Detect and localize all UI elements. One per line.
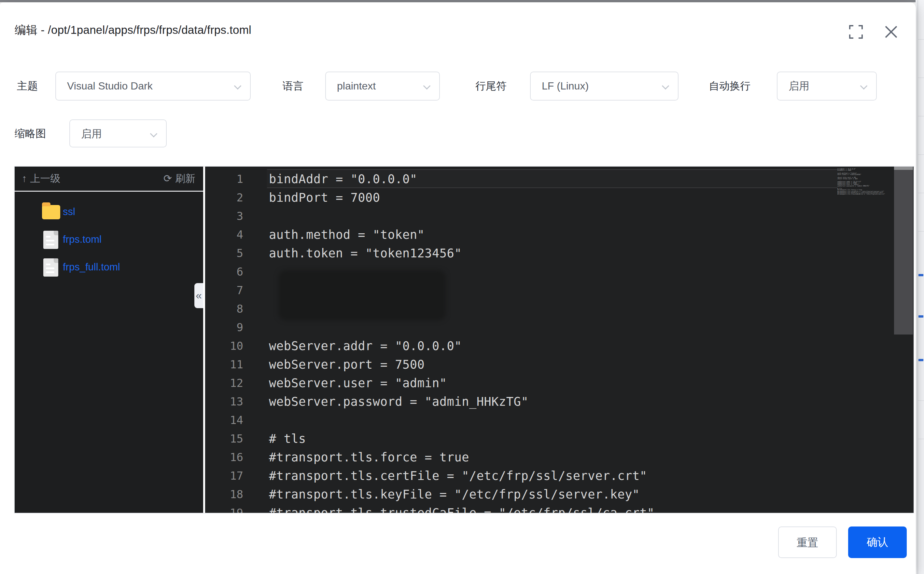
file-tree-item-ssl[interactable]: ssl [15,202,203,225]
line-number: 1 [205,170,243,188]
chevron-down-icon [662,82,670,90]
file-icon [43,231,58,249]
fullscreen-icon[interactable] [848,24,864,40]
code-line: #transport.tls.force = true [269,448,469,467]
file-icon [43,259,58,277]
line-number: 12 [205,374,243,393]
background-row-line [918,116,924,117]
chevron-down-icon [150,130,158,138]
edit-file-dialog: 编辑 - /opt/1panel/apps/frps/frps/data/frp… [0,2,916,574]
file-tree-header: ↑上一级 ⟳刷新 [15,167,203,192]
word-wrap-select[interactable]: 启用 [777,72,877,101]
code-line: webServer.user = "admin" [269,374,447,393]
file-tree-item-frps-toml[interactable]: frps.toml [15,230,203,253]
code-line: #transport.tls.trustedCaFile = "/etc/frp… [269,504,654,514]
editor-workspace: ↑上一级 ⟳刷新 ssl frps.toml frps_full.toml « … [14,166,914,514]
background-link-fragment [918,315,923,318]
file-tree-panel: ↑上一级 ⟳刷新 ssl frps.toml frps_full.toml [15,167,203,513]
code-editor[interactable]: 1bindAddr = "0.0.0.0"2bindPort = 700034a… [205,167,914,513]
code-line: auth.token = "token123456" [269,244,462,263]
chevron-down-icon [234,82,242,90]
code-line: #transport.tls.certFile = "/etc/frp/ssl/… [269,467,647,485]
line-number: 18 [205,485,243,504]
code-line: #transport.tls.keyFile = "/etc/frp/ssl/s… [269,485,640,504]
minimap-select-value: 启用 [81,120,102,148]
line-number: 13 [205,393,243,411]
code-line: webServer.password = "admin_HHKzTG" [269,393,528,411]
background-page-top-edge [0,0,924,2]
line-number: 3 [205,207,243,226]
confirm-button[interactable]: 确认 [848,527,907,558]
code-line: auth.method = "token" [269,226,425,244]
background-row-line [918,231,924,232]
arrow-up-icon: ↑ [22,167,27,191]
editor-scrollbar-thumb[interactable] [894,167,913,334]
line-number: 4 [205,226,243,244]
line-number: 2 [205,188,243,207]
up-level-button[interactable]: ↑上一级 [22,167,60,191]
minimap-line: #transport.tls.trustedCaFile = "/etc/frp… [837,193,894,195]
chevron-down-icon [423,82,431,90]
folder-icon [42,205,60,219]
word-wrap-select-value: 启用 [788,72,809,100]
code-line: # tls [269,429,306,448]
file-name: ssl [63,202,75,221]
line-number: 6 [205,263,243,281]
background-row-line [918,39,924,40]
redacted-region [278,270,446,320]
line-number: 8 [205,300,243,318]
minimap[interactable]: bindAddr = "0.0.0.0"bindPort = 7000auth.… [837,167,894,513]
collapse-sidebar-handle[interactable]: « [194,283,203,308]
background-row-line [918,77,924,78]
eol-label: 行尾符 [475,72,507,101]
dialog-title: 编辑 - /opt/1panel/apps/frps/frps/data/frp… [15,22,251,38]
line-number: 14 [205,411,243,429]
file-name: frps.toml [63,230,101,249]
code-line: bindPort = 7000 [269,188,380,207]
line-number: 15 [205,429,243,448]
file-tree-item-frps-full-toml[interactable]: frps_full.toml [15,258,203,281]
theme-select[interactable]: Visual Studio Dark [55,72,251,101]
background-row-line [918,400,924,401]
line-number: 11 [205,355,243,374]
word-wrap-label: 自动换行 [709,72,750,101]
theme-label: 主题 [17,72,38,101]
line-number: 10 [205,337,243,355]
background-divider [918,0,918,574]
reset-button[interactable]: 重置 [778,527,837,558]
minimap-select[interactable]: 启用 [69,120,167,147]
line-number: 5 [205,244,243,263]
language-select-value: plaintext [337,72,376,100]
refresh-icon: ⟳ [163,167,172,191]
theme-select-value: Visual Studio Dark [67,72,153,100]
language-select[interactable]: plaintext [325,72,440,101]
background-row-line [918,154,924,155]
line-number: 17 [205,467,243,485]
eol-select-value: LF (Linux) [542,72,589,100]
background-page-right-edge [916,0,924,574]
minimap-label: 缩略图 [15,120,46,147]
language-label: 语言 [283,72,303,101]
panel-divider [203,167,205,513]
code-line: webServer.addr = "0.0.0.0" [269,337,462,355]
line-number: 19 [205,504,243,514]
close-icon[interactable] [883,24,899,40]
line-number: 16 [205,448,243,467]
background-link-fragment [918,359,923,361]
chevron-down-icon [860,82,868,90]
background-row-line [918,438,924,439]
line-number: 7 [205,281,243,300]
background-row-line [918,192,924,193]
code-line: webServer.port = 7500 [269,355,425,374]
code-line: bindAddr = "0.0.0.0" [269,170,417,188]
file-name: frps_full.toml [63,258,120,277]
line-number: 9 [205,318,243,337]
background-link-fragment [918,274,923,276]
eol-select[interactable]: LF (Linux) [530,72,679,101]
refresh-button[interactable]: ⟳刷新 [163,167,195,191]
